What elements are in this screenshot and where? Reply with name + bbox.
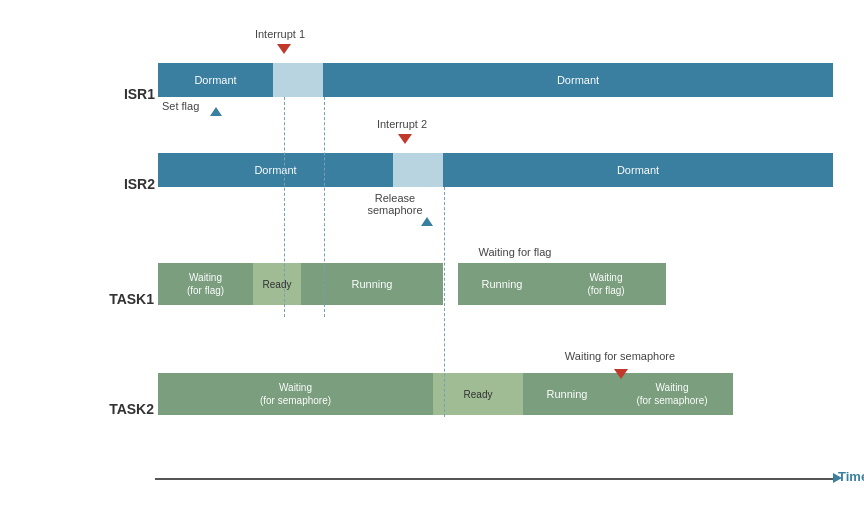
waiting-for-flag-label: Waiting for flag <box>460 246 570 258</box>
isr2-active <box>393 153 443 187</box>
dashed-line-3 <box>444 187 445 417</box>
interrupt2-label: Interrupt 2 <box>362 118 442 130</box>
waiting-for-semaphore-arrow <box>614 369 628 379</box>
task1-running2: Running <box>458 263 546 305</box>
release-semaphore-arrow <box>421 217 433 226</box>
timing-diagram: Time ISR1 Dormant Dormant Interrupt 1 Se… <box>0 0 864 512</box>
task1-label: TASK1 <box>102 278 154 320</box>
isr1-active <box>273 63 323 97</box>
waiting-for-semaphore-label: Waiting for semaphore <box>545 350 695 362</box>
time-axis <box>155 478 835 480</box>
isr1-label: ISR1 <box>110 78 155 110</box>
dashed-line-1 <box>284 97 285 317</box>
task2-waiting-sem-right: Waiting(for semaphore) <box>611 373 733 415</box>
release-semaphore-label: Releasesemaphore <box>355 192 435 216</box>
isr2-dormant-right: Dormant <box>443 153 833 187</box>
task1-ready: Ready <box>253 263 301 305</box>
task1-running: Running <box>301 263 443 305</box>
task2-ready: Ready <box>433 373 523 415</box>
time-label: Time <box>838 469 864 484</box>
task2-waiting-sem-left: Waiting(for semaphore) <box>158 373 433 415</box>
task2-label: TASK2 <box>102 388 154 430</box>
task1-waiting-flag2: Waiting(for flag) <box>546 263 666 305</box>
isr2-dormant-left: Dormant <box>158 153 393 187</box>
interrupt1-label: Interrupt 1 <box>240 28 320 40</box>
isr2-label: ISR2 <box>110 168 155 200</box>
isr1-dormant-left: Dormant <box>158 63 273 97</box>
task2-running: Running <box>523 373 611 415</box>
task1-waiting-flag: Waiting(for flag) <box>158 263 253 305</box>
dashed-line-2 <box>324 97 325 317</box>
interrupt1-arrow <box>277 44 291 54</box>
interrupt2-arrow <box>398 134 412 144</box>
set-flag-arrow <box>210 107 222 116</box>
isr1-dormant-right: Dormant <box>323 63 833 97</box>
set-flag-label: Set flag <box>162 100 217 112</box>
